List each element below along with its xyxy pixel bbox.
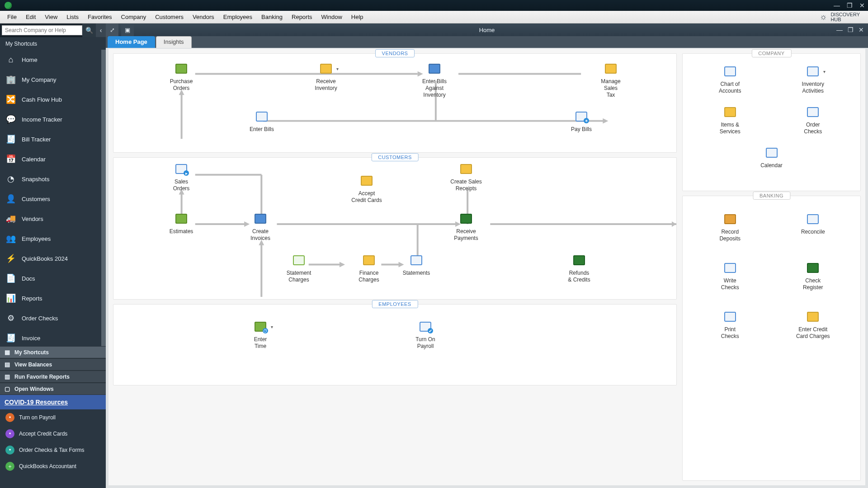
doc-new-window-button[interactable]: ▣ (121, 23, 134, 36)
sidebar-item-calendar[interactable]: 📅Calendar (0, 149, 101, 169)
sidebar-item-cash-flow-hub[interactable]: 🔀Cash Flow Hub (0, 89, 101, 109)
node-order-checks[interactable]: OrderChecks (774, 107, 853, 135)
promo-turn-on-payroll[interactable]: •Turn on Payroll (0, 409, 106, 426)
sidebar-item-invoice[interactable]: 🧾Invoice (0, 328, 101, 346)
sidebar-item-quickbooks-2024[interactable]: ⚡QuickBooks 2024 (0, 249, 101, 268)
node-write-checks[interactable]: WriteChecks (691, 263, 769, 291)
node-refunds-credits[interactable]: Refunds& Credits (552, 255, 606, 283)
search-row: 🔍 ‹ (0, 23, 106, 37)
sales-receipt-icon (460, 164, 472, 174)
node-record-deposits[interactable]: RecordDeposits (691, 214, 769, 242)
menu-reports[interactable]: Reports (287, 11, 317, 23)
menu-help[interactable]: Help (347, 11, 368, 23)
income-icon: 💬 (6, 115, 15, 124)
node-turn-on-payroll[interactable]: ✔ Turn OnPayroll (398, 322, 453, 350)
badge-vendors[interactable]: VENDORS (375, 49, 415, 57)
menu-customers[interactable]: Customers (151, 11, 188, 23)
tab-insights[interactable]: Insights (156, 36, 192, 48)
menu-vendors[interactable]: Vendors (188, 11, 219, 23)
sidebar-collapse-button[interactable]: ‹ (96, 23, 106, 37)
sidebar-item-reports[interactable]: 📊Reports (0, 288, 101, 308)
bolt-icon: ⚡ (6, 254, 15, 263)
sidebar-item-label: Income Tracker (22, 116, 62, 123)
node-reconcile[interactable]: Reconcile (774, 214, 853, 242)
node-chart-of-accounts[interactable]: Chart ofAccounts (691, 66, 769, 94)
node-enter-bills[interactable]: Enter Bills (235, 112, 289, 133)
menu-company[interactable]: Company (117, 11, 151, 23)
search-input[interactable] (2, 25, 82, 35)
sidebar-panel-open-windows[interactable]: ▢ Open Windows (0, 383, 106, 395)
doc-restore-button[interactable]: ❐ (846, 26, 854, 34)
node-estimates[interactable]: Estimates (154, 214, 208, 235)
sidebar-panel-view-balances[interactable]: ▤ View Balances (0, 358, 106, 371)
titlebar-minimize-button[interactable]: — (833, 1, 841, 9)
sidebar-panel-run-favorite-reports[interactable]: ▥ Run Favorite Reports (0, 371, 106, 383)
badge-employees[interactable]: EMPLOYEES (372, 300, 418, 308)
expand-icon: ⤢ (110, 27, 115, 33)
sidebar-panel-my-shortcuts[interactable]: ▦ My Shortcuts (0, 346, 106, 358)
node-manage-sales-tax[interactable]: ManageSalesTax (584, 64, 638, 99)
sidebar-item-vendors[interactable]: 🚚Vendors (0, 209, 101, 229)
doc-close-button[interactable]: ✕ (857, 26, 865, 34)
search-button[interactable]: 🔍 (82, 23, 96, 37)
promo-order-checks-tax-forms[interactable]: •Order Checks & Tax Forms (0, 442, 106, 458)
covid-resources-link[interactable]: COVID-19 Resources (0, 395, 106, 409)
node-pay-bills[interactable]: ✶ Pay Bills (554, 112, 609, 133)
node-statements[interactable]: Statements (389, 255, 443, 277)
enter-bills-icon (256, 112, 268, 122)
order-checks-icon (807, 107, 819, 117)
sidebar-item-my-company[interactable]: 🏢My Company (0, 70, 101, 89)
node-create-invoices[interactable]: CreateInvoices (233, 214, 288, 242)
menu-file[interactable]: File (3, 11, 21, 23)
sidebar-item-label: Snapshots (22, 176, 49, 183)
promo-quickbooks-accountant[interactable]: ＋QuickBooks Accountant (0, 458, 106, 474)
node-enter-bills-against-inventory[interactable]: Enter BillsAgainstInventory (407, 64, 462, 99)
node-inventory-activities[interactable]: ▾ InventoryActivities (774, 66, 853, 94)
payroll-icon: ✔ (420, 322, 431, 332)
doc-minimize-button[interactable]: — (835, 26, 844, 34)
reports-icon: ▥ (5, 373, 11, 380)
menu-employees[interactable]: Employees (219, 11, 257, 23)
node-calendar[interactable]: Calendar (691, 148, 852, 169)
menu-edit[interactable]: Edit (21, 11, 40, 23)
promo-accept-credit-cards[interactable]: •Accept Credit Cards (0, 426, 106, 442)
sidebar-item-customers[interactable]: 👤Customers (0, 189, 101, 209)
node-items-services[interactable]: Items &Services (691, 107, 769, 135)
sidebar-item-home[interactable]: ⌂Home (0, 50, 101, 70)
node-accept-credit-cards[interactable]: AcceptCredit Cards (340, 176, 394, 204)
node-purchase-orders[interactable]: PurchaseOrders (154, 64, 208, 92)
tab-home-page[interactable]: Home Page (108, 36, 155, 48)
menu-window[interactable]: Window (317, 11, 347, 23)
menu-lists[interactable]: Lists (62, 11, 83, 23)
doc-maximize-button[interactable]: ⤢ (106, 23, 118, 36)
sidebar-item-employees[interactable]: 👥Employees (0, 229, 101, 249)
titlebar-maximize-button[interactable]: ❐ (845, 1, 854, 9)
sidebar-item-order-checks[interactable]: ⚙Order Checks (0, 308, 101, 328)
sidebar-item-income-tracker[interactable]: 💬Income Tracker (0, 109, 101, 129)
menu-favorites[interactable]: Favorites (83, 11, 116, 23)
node-receive-payments[interactable]: ReceivePayments (439, 214, 493, 242)
node-receive-inventory[interactable]: ▾ ReceiveInventory (299, 64, 353, 92)
bill-icon: 🧾 (6, 135, 15, 144)
node-create-sales-receipts[interactable]: Create SalesReceipts (439, 164, 493, 192)
promo-label: QuickBooks Accountant (19, 463, 76, 469)
sidebar-item-snapshots[interactable]: ◔Snapshots (0, 169, 101, 189)
titlebar-close-button[interactable]: ✕ (858, 1, 866, 9)
node-enter-time[interactable]: ⏱▾ EnterTime (233, 322, 288, 350)
node-statement-charges[interactable]: StatementCharges (272, 255, 326, 283)
node-finance-charges[interactable]: FinanceCharges (342, 255, 396, 283)
calendar-icon (766, 148, 778, 158)
node-check-register[interactable]: CheckRegister (774, 263, 853, 291)
menu-banking[interactable]: Banking (257, 11, 287, 23)
person-icon: 👤 (6, 194, 15, 203)
node-sales-orders[interactable]: ▸ SalesOrders (154, 164, 208, 192)
node-print-checks[interactable]: PrintChecks (691, 312, 769, 340)
sidebar-item-docs[interactable]: 📄Docs (0, 268, 101, 288)
menu-view[interactable]: View (40, 11, 62, 23)
discovery-hub-button[interactable]: ☼ DISCOVERY HUB (814, 11, 865, 23)
receive-inventory-icon (320, 64, 332, 74)
node-enter-credit-card-charges[interactable]: Enter CreditCard Charges (774, 312, 853, 340)
credit-card-charges-icon (807, 312, 819, 322)
badge-customers[interactable]: CUSTOMERS (371, 153, 419, 161)
sidebar-item-bill-tracker[interactable]: 🧾Bill Tracker (0, 129, 101, 149)
